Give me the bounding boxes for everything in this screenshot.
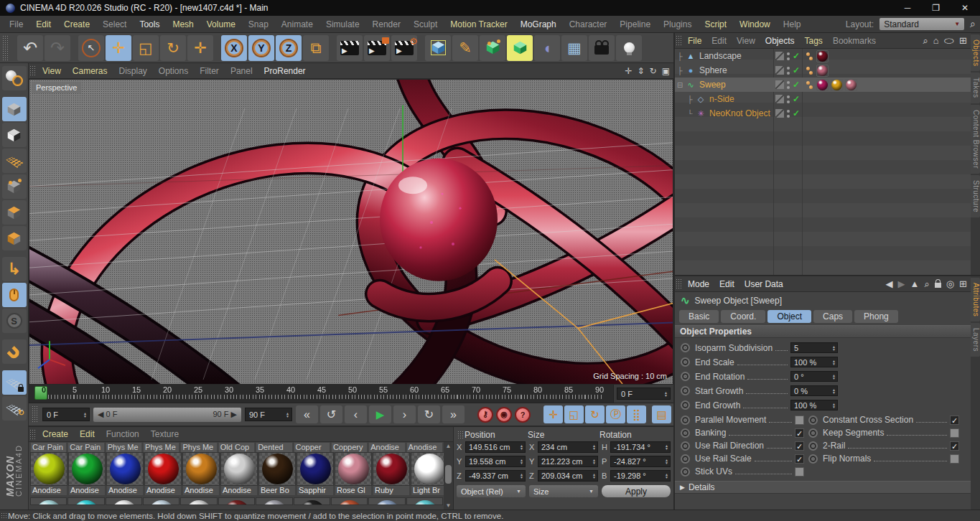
keyframe-circle-icon[interactable] xyxy=(681,357,690,367)
viewport-menu-options[interactable]: Options xyxy=(153,63,194,79)
spinner-icon[interactable]: ▲▼ xyxy=(520,459,523,464)
constant-cross-section-checkbox[interactable]: ✓ xyxy=(950,416,959,425)
range-start-field[interactable]: 0 F ▲▼ xyxy=(42,408,90,421)
material-thumbnail[interactable] xyxy=(182,452,220,486)
size-z-field[interactable]: 209.034 cm▲▼ xyxy=(538,470,598,482)
make-editable-icon[interactable] xyxy=(2,66,27,90)
tab-objects[interactable]: Objects xyxy=(971,34,980,71)
keyframe-circle-icon[interactable] xyxy=(808,416,818,425)
motion-system-button[interactable]: ▤ xyxy=(652,405,671,423)
material-item-partial[interactable] xyxy=(368,497,405,505)
keyframe-selection-button[interactable]: ? xyxy=(515,407,531,423)
end-rotation-field[interactable]: 0 °▲▼ xyxy=(790,371,838,382)
light-icon[interactable] xyxy=(616,35,642,61)
goto-end-button[interactable]: » xyxy=(442,405,465,423)
material-item[interactable]: Beer Bo xyxy=(258,452,296,496)
current-frame-field[interactable]: 0 F ▲▼ xyxy=(617,388,671,400)
menu-volume[interactable]: Volume xyxy=(200,16,242,33)
attr-menu-edit[interactable]: Edit xyxy=(714,276,739,292)
position-mode-select[interactable]: Object (Rel)▼ xyxy=(457,485,526,497)
phong-tag-icon[interactable] xyxy=(806,80,814,90)
tab-phong[interactable]: Phong xyxy=(854,310,898,323)
material-tag[interactable] xyxy=(831,79,843,91)
layout-select[interactable]: Standard ▼ xyxy=(879,18,964,30)
scale-tool-icon[interactable]: ◱ xyxy=(133,35,159,61)
stick-uvs-checkbox[interactable] xyxy=(795,467,804,477)
tab-takes[interactable]: Takes xyxy=(971,72,980,103)
keyframe-circle-icon[interactable] xyxy=(808,454,818,464)
material-label-phys-me[interactable]: Phys Me xyxy=(143,442,179,452)
spinner-icon[interactable]: ▲▼ xyxy=(286,412,289,418)
material-label-old-cop[interactable]: Old Cop xyxy=(218,442,255,452)
key-scale-button[interactable]: ◱ xyxy=(564,405,584,423)
enabled-check-icon[interactable]: ✓ xyxy=(793,108,800,118)
material-item-partial[interactable] xyxy=(218,497,255,505)
lock-workplane-icon[interactable] xyxy=(2,370,27,395)
material-item-partial[interactable] xyxy=(406,497,443,505)
spinner-icon[interactable]: ▲▼ xyxy=(520,473,523,479)
om-menu-view[interactable]: View xyxy=(732,33,760,49)
menu-mograph[interactable]: MoGraph xyxy=(514,16,563,33)
material-thumbnail[interactable] xyxy=(373,452,410,486)
menu-sculpt[interactable]: Sculpt xyxy=(407,16,444,33)
material-label-anodise[interactable]: Anodise xyxy=(406,442,443,452)
add-panel-icon[interactable]: ⊞ xyxy=(959,278,967,289)
scroll-down-icon[interactable]: ▼ xyxy=(446,502,452,509)
keyframe-circle-icon[interactable] xyxy=(681,467,690,477)
render-picture-viewer-icon[interactable]: ▶ xyxy=(364,35,390,61)
tab-coord[interactable]: Coord. xyxy=(721,310,765,323)
lock-icon[interactable] xyxy=(935,283,941,288)
rotate-tool-icon[interactable]: ↻ xyxy=(160,35,186,61)
attr-grip[interactable] xyxy=(676,278,682,289)
material-thumbnail[interactable] xyxy=(297,452,334,486)
use-rail-scale-checkbox[interactable]: ✓ xyxy=(795,454,804,464)
viewport-menu-view[interactable]: View xyxy=(37,63,67,79)
end-growth-field[interactable]: 100 %▲▼ xyxy=(790,400,838,410)
layer-toggle[interactable] xyxy=(775,95,784,103)
enabled-check-icon[interactable]: ✓ xyxy=(793,80,800,90)
om-menu-bookmarks[interactable]: Bookmarks xyxy=(828,33,881,49)
timeline-ruler[interactable]: 051015202530354045505560657075808590 0 F… xyxy=(29,385,673,403)
visibility-dots[interactable] xyxy=(787,110,790,118)
material-label-copper[interactable]: Copper xyxy=(294,442,330,452)
layer-toggle[interactable] xyxy=(775,80,784,89)
primitive-cube-icon[interactable] xyxy=(425,35,451,61)
tweak-mode-icon[interactable] xyxy=(2,283,27,307)
menu-animate[interactable]: Animate xyxy=(275,16,319,33)
maximize-button[interactable]: ❐ xyxy=(932,3,940,13)
material-tag[interactable] xyxy=(845,79,857,91)
polygons-mode-icon[interactable] xyxy=(2,226,27,250)
tab-basic[interactable]: Basic xyxy=(679,310,719,323)
size-x-field[interactable]: 234 cm▲▼ xyxy=(538,441,598,453)
spinner-icon[interactable]: ▲▼ xyxy=(592,473,596,479)
material-thumbnail[interactable] xyxy=(335,452,372,486)
viewport-menu-display[interactable]: Display xyxy=(113,63,152,79)
spinner-icon[interactable]: ▲▼ xyxy=(665,459,668,464)
move-tool-icon[interactable]: ✛ xyxy=(106,35,131,61)
size-mode-select[interactable]: Size▼ xyxy=(529,485,598,497)
vp-move-icon[interactable]: ✛ xyxy=(625,66,632,76)
om-menu-objects[interactable]: Objects xyxy=(760,33,800,49)
menu-mesh[interactable]: Mesh xyxy=(166,16,200,33)
menu-snap[interactable]: Snap xyxy=(242,16,275,33)
material-label-car-pain[interactable]: Car Pain xyxy=(67,442,104,452)
material-item[interactable]: Rose Gl xyxy=(335,452,372,496)
workplane-mode-icon[interactable] xyxy=(2,149,27,173)
material-tag[interactable] xyxy=(816,50,829,62)
spinner-icon[interactable]: ▲▼ xyxy=(832,403,836,408)
tab-layers[interactable]: Layers xyxy=(971,323,980,357)
snap-enable-icon[interactable]: S xyxy=(2,309,27,333)
material-item[interactable]: Sapphir xyxy=(297,452,334,496)
texture-mode-icon[interactable] xyxy=(2,123,27,147)
layer-toggle[interactable] xyxy=(775,66,784,75)
keyframe-circle-icon[interactable] xyxy=(681,372,690,381)
redo-icon[interactable]: ↷ xyxy=(45,35,70,61)
spinner-icon[interactable]: ▲▼ xyxy=(832,345,836,351)
object-row-neoknot-object[interactable]: └✳NeoKnot Object✓ xyxy=(675,106,971,121)
filter-eye-icon[interactable]: ◯ xyxy=(944,37,955,43)
keyframe-circle-icon[interactable] xyxy=(681,454,690,464)
scroll-up-icon[interactable]: ▲ xyxy=(446,443,452,449)
material-label-car-pain[interactable]: Car Pain xyxy=(30,442,67,452)
keep-segments-checkbox[interactable] xyxy=(950,428,959,438)
modeling-cube-icon[interactable] xyxy=(480,35,505,61)
